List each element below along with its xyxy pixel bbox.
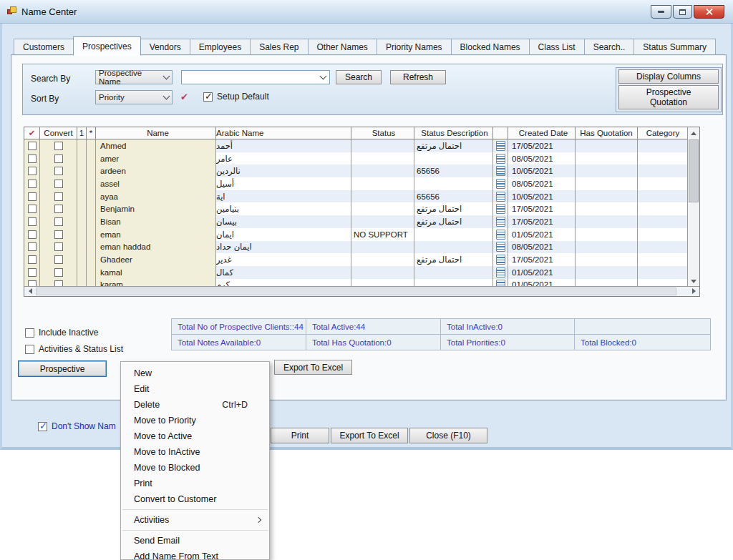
menu-item-send-email[interactable]: Send Email	[121, 533, 269, 549]
row-select-checkbox[interactable]	[28, 205, 37, 213]
close-button[interactable]	[694, 5, 724, 19]
convert-checkbox[interactable]	[54, 142, 63, 150]
column-header-5[interactable]: Arabic Name	[216, 127, 351, 139]
menu-item-convert-to-customer[interactable]: Convert to Customer	[121, 491, 269, 507]
row-select-checkbox[interactable]	[28, 192, 37, 201]
column-header-2[interactable]: 1	[77, 127, 87, 139]
convert-checkbox[interactable]	[54, 230, 63, 239]
grid-row[interactable]: eman haddadايمان حداد08/05/2021	[24, 241, 689, 254]
include-inactive-checkbox[interactable]	[25, 328, 34, 338]
horizontal-scrollbar[interactable]	[24, 286, 699, 296]
convert-checkbox[interactable]	[54, 192, 63, 201]
grid-row[interactable]: asselأسيل08/05/2021	[24, 177, 689, 190]
menu-item-delete[interactable]: DeleteCtrl+D	[121, 397, 269, 413]
tab-employees[interactable]: Employees	[190, 39, 251, 55]
row-select-checkbox[interactable]	[28, 142, 37, 150]
grid-row[interactable]: Ghadeerغديراحتمال مرتفع17/05/2021	[24, 253, 689, 266]
column-header-1[interactable]: Convert	[40, 127, 77, 139]
convert-checkbox[interactable]	[54, 217, 63, 226]
horizontal-scroll-thumb[interactable]	[36, 288, 676, 295]
search-by-dropdown[interactable]: Prospective Name	[95, 70, 173, 84]
tab-vendors[interactable]: Vendors	[140, 39, 190, 55]
close-f10-button[interactable]: Close (F10)	[409, 428, 487, 443]
menu-item-move-to-inactive[interactable]: Move to InActive	[121, 444, 269, 460]
notes-icon[interactable]	[496, 204, 505, 214]
menu-item-move-to-priority[interactable]: Move to Priority	[121, 413, 269, 428]
notes-icon[interactable]	[496, 217, 505, 227]
menu-item-new[interactable]: New	[121, 365, 269, 381]
row-select-checkbox[interactable]	[28, 217, 37, 226]
row-select-checkbox[interactable]	[28, 180, 37, 188]
grid-row[interactable]: amerعامر08/05/2021	[24, 152, 689, 165]
export-to-excel-bottom-button[interactable]: Export To Excel	[331, 428, 408, 443]
menu-item-print[interactable]: Print	[121, 476, 269, 491]
column-header-11[interactable]: Category	[638, 127, 689, 139]
scroll-down-button[interactable]	[688, 275, 699, 287]
chevron-down-icon[interactable]	[320, 72, 327, 79]
tab-other-names[interactable]: Other Names	[308, 39, 377, 55]
tab-class-list[interactable]: Class List	[529, 39, 585, 55]
minimize-button[interactable]	[651, 5, 671, 19]
refresh-button[interactable]: Refresh	[390, 70, 446, 84]
scroll-up-button[interactable]	[688, 127, 699, 139]
column-header-8[interactable]	[493, 127, 508, 139]
search-input[interactable]	[185, 72, 321, 82]
row-select-checkbox[interactable]	[28, 154, 37, 163]
convert-checkbox[interactable]	[54, 205, 63, 213]
notes-icon[interactable]	[496, 179, 505, 189]
menu-item-move-to-active[interactable]: Move to Active	[121, 428, 269, 444]
tab-priority-names[interactable]: Priority Names	[377, 39, 452, 55]
row-select-checkbox[interactable]	[28, 167, 37, 175]
grid-row[interactable]: Ahmedأحمداحتمال مرتفع17/05/2021	[24, 139, 689, 152]
scroll-left-button[interactable]	[24, 286, 36, 296]
row-select-checkbox[interactable]	[28, 242, 37, 251]
export-to-excel-button[interactable]: Export To Excel	[274, 360, 352, 375]
tab-customers[interactable]: Customers	[14, 39, 74, 55]
print-button[interactable]: Print	[271, 428, 329, 443]
notes-icon[interactable]	[496, 141, 505, 151]
menu-item-move-to-blocked[interactable]: Move to Blocked	[121, 460, 269, 476]
column-header-6[interactable]: Status	[351, 127, 414, 139]
activities-status-checkbox[interactable]	[25, 345, 34, 354]
convert-checkbox[interactable]	[54, 242, 63, 251]
dont-show-checkbox[interactable]	[38, 422, 47, 431]
column-header-9[interactable]: Created Date	[508, 127, 576, 139]
menu-item-activities[interactable]: Activities	[121, 512, 269, 528]
row-select-checkbox[interactable]	[28, 230, 37, 239]
convert-checkbox[interactable]	[54, 167, 63, 175]
sort-by-dropdown[interactable]: Priority	[95, 90, 173, 104]
grid-row[interactable]: emanايمانNO SUPPORT01/05/2021	[24, 228, 689, 241]
search-button[interactable]: Search	[336, 70, 382, 84]
notes-icon[interactable]	[496, 267, 505, 277]
grid-row[interactable]: Benjaminبنياميناحتمال مرتفع17/05/2021	[24, 202, 689, 215]
notes-icon[interactable]	[496, 192, 505, 202]
menu-item-add-name-from-text[interactable]: Add Name From Text	[121, 549, 269, 560]
column-header-0[interactable]: ✔	[24, 127, 40, 139]
convert-checkbox[interactable]	[54, 268, 63, 277]
column-header-10[interactable]: Has Quotation	[576, 127, 638, 139]
scroll-right-button[interactable]	[688, 286, 699, 296]
column-header-7[interactable]: Status Description	[414, 127, 493, 139]
grid-row[interactable]: ayaaاية6565610/05/2021	[24, 190, 689, 203]
grid-row[interactable]: kamalكمال01/05/2021	[24, 266, 689, 279]
convert-checkbox[interactable]	[54, 154, 63, 163]
setup-default-checkbox[interactable]	[203, 92, 213, 102]
notes-icon[interactable]	[496, 242, 505, 252]
column-header-3[interactable]: *	[87, 127, 96, 139]
notes-icon[interactable]	[496, 255, 505, 265]
row-select-checkbox[interactable]	[28, 255, 37, 264]
prospective-button[interactable]: Prospective	[18, 360, 107, 377]
tab-blocked-names[interactable]: Blocked Names	[451, 39, 530, 55]
grid-row[interactable]: Bisanبيساناحتمال مرتفع17/05/2021	[24, 215, 689, 228]
notes-icon[interactable]	[496, 154, 505, 164]
convert-checkbox[interactable]	[54, 255, 63, 264]
tab-sales-rep[interactable]: Sales Rep	[250, 39, 308, 55]
column-header-4[interactable]: Name	[96, 127, 216, 139]
row-select-checkbox[interactable]	[28, 268, 37, 277]
tab-search[interactable]: Search..	[584, 39, 635, 55]
display-columns-button[interactable]: Display Columns	[618, 69, 719, 84]
tab-status-summary[interactable]: Status Summary	[634, 39, 716, 55]
vertical-scrollbar[interactable]	[687, 127, 699, 287]
notes-icon[interactable]	[496, 166, 505, 176]
prospective-quotation-button[interactable]: Prospective Quotation	[618, 85, 719, 109]
